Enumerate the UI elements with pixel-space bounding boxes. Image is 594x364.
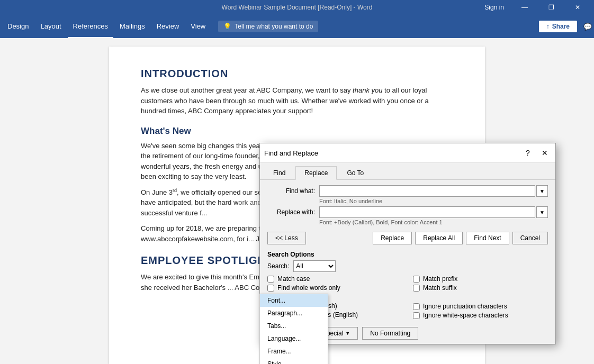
tell-me-box[interactable]: 💡 Tell me what you want to do [218, 21, 318, 32]
dialog-tab-replace[interactable]: Replace [295, 166, 337, 180]
share-button[interactable]: ↑ Share [539, 21, 577, 32]
whole-words-row: Find whole words only [267, 284, 402, 292]
find-format: Font: Italic, No underline [319, 198, 548, 204]
tell-me-text: Tell me what you want to do [235, 23, 313, 30]
format-context-menu: Font... Paragraph... Tabs... Language...… [259, 294, 328, 364]
find-input[interactable] [319, 185, 535, 197]
search-options-label: Search Options [267, 251, 548, 258]
no-formatting-btn[interactable]: No Formatting [362, 327, 418, 340]
intro-heading: INTRODUCTION [141, 68, 453, 80]
intro-p1: As we close out another great year at AB… [141, 85, 453, 116]
search-label: Search: [267, 262, 289, 270]
ignore-punctuation-checkbox[interactable] [413, 303, 420, 310]
search-row: Search: All Up Down [267, 260, 548, 272]
window-controls: — ❐ ✕ [512, 0, 590, 15]
menu-item-font[interactable]: Font... [260, 294, 328, 307]
action-buttons-row: << Less Replace Replace All Find Next Ca… [267, 230, 548, 247]
ignore-whitespace-row: Ignore white-space characters [413, 312, 548, 319]
title-bar: Word Webinar Sample Document [Read-Only]… [0, 0, 594, 15]
match-case-checkbox[interactable] [267, 276, 274, 283]
dialog-tabs: Find Replace Go To [260, 163, 555, 180]
replace-label: Replace with: [267, 206, 315, 216]
find-field-wrap: ▼ Font: Italic, No underline [319, 185, 548, 204]
document-area: INTRODUCTION As we close out another gre… [0, 38, 594, 364]
find-next-btn[interactable]: Find Next [466, 232, 509, 244]
replace-input[interactable] [319, 206, 535, 218]
less-btn[interactable]: << Less [267, 232, 306, 244]
dialog-help-btn[interactable]: ? [521, 147, 534, 159]
ribbon-right: ↑ Share 💬 [539, 21, 592, 32]
ignore-punctuation-label: Ignore punctuation characters [423, 303, 507, 310]
ignore-whitespace-label: Ignore white-space characters [423, 312, 508, 319]
share-icon: ↑ [546, 23, 550, 30]
ribbon: Design Layout References Mailings Review… [0, 15, 594, 38]
match-case-label: Match case [277, 275, 310, 283]
replace-all-btn[interactable]: Replace All [415, 232, 463, 244]
dialog-titlebar: Find and Replace ? ✕ [260, 143, 555, 163]
tab-view[interactable]: View [185, 15, 211, 38]
tab-references[interactable]: References [68, 15, 113, 38]
sign-in-btn[interactable]: Sign in [484, 4, 504, 11]
dialog-tab-find[interactable]: Find [264, 166, 294, 179]
share-label: Share [552, 23, 570, 30]
ignore-punctuation-row: Ignore punctuation characters [413, 303, 548, 310]
checkbox-col-right: Match prefix Match suffix Ignore punctua… [413, 275, 548, 321]
replace-format: Font: +Body (Calibri), Bold, Font color:… [319, 219, 548, 225]
whole-words-label: Find whole words only [277, 284, 340, 292]
menu-item-frame[interactable]: Frame... [260, 345, 328, 358]
special-chevron-icon: ▼ [345, 331, 350, 336]
match-prefix-label: Match prefix [423, 275, 457, 283]
dialog-controls: ? ✕ [521, 147, 551, 159]
replace-dropdown-btn[interactable]: ▼ [536, 206, 548, 218]
search-select[interactable]: All Up Down [293, 260, 336, 272]
document-title: Word Webinar Sample Document [Read-Only]… [222, 4, 373, 11]
chat-icon[interactable]: 💬 [583, 23, 592, 31]
cancel-btn[interactable]: Cancel [512, 232, 548, 244]
whats-new-heading: What's New [141, 126, 453, 136]
dialog-title: Find and Replace [264, 149, 318, 157]
replace-with-row: Replace with: ▼ Font: +Body (Calibri), B… [267, 206, 548, 225]
replace-btn[interactable]: Replace [373, 232, 412, 244]
dialog-tab-goto[interactable]: Go To [338, 166, 373, 179]
find-label: Find what: [267, 185, 315, 195]
find-what-row: Find what: ▼ Font: Italic, No underline [267, 185, 548, 204]
tab-layout[interactable]: Layout [35, 15, 66, 38]
match-suffix-checkbox[interactable] [413, 285, 420, 292]
tab-design[interactable]: Design [2, 15, 34, 38]
match-case-row: Match case [267, 275, 402, 283]
close-btn[interactable]: ✕ [565, 0, 590, 15]
match-suffix-label: Match suffix [423, 284, 457, 292]
tab-mailings[interactable]: Mailings [114, 15, 150, 38]
menu-item-language[interactable]: Language... [260, 332, 328, 345]
match-prefix-checkbox[interactable] [413, 276, 420, 283]
match-suffix-row: Match suffix [413, 284, 548, 292]
minimize-btn[interactable]: — [512, 0, 537, 15]
ignore-whitespace-checkbox[interactable] [413, 312, 420, 319]
dialog-close-btn[interactable]: ✕ [538, 147, 551, 159]
replace-field-wrap: ▼ Font: +Body (Calibri), Bold, Font colo… [319, 206, 548, 225]
whole-words-checkbox[interactable] [267, 285, 274, 292]
menu-item-style[interactable]: Style... [260, 358, 328, 364]
match-prefix-row: Match prefix [413, 275, 548, 283]
menu-item-tabs[interactable]: Tabs... [260, 320, 328, 332]
restore-btn[interactable]: ❐ [539, 0, 563, 15]
find-dropdown-btn[interactable]: ▼ [536, 185, 548, 197]
tab-review[interactable]: Review [151, 15, 185, 38]
menu-item-paragraph[interactable]: Paragraph... [260, 307, 328, 320]
lightbulb-icon: 💡 [223, 23, 231, 30]
